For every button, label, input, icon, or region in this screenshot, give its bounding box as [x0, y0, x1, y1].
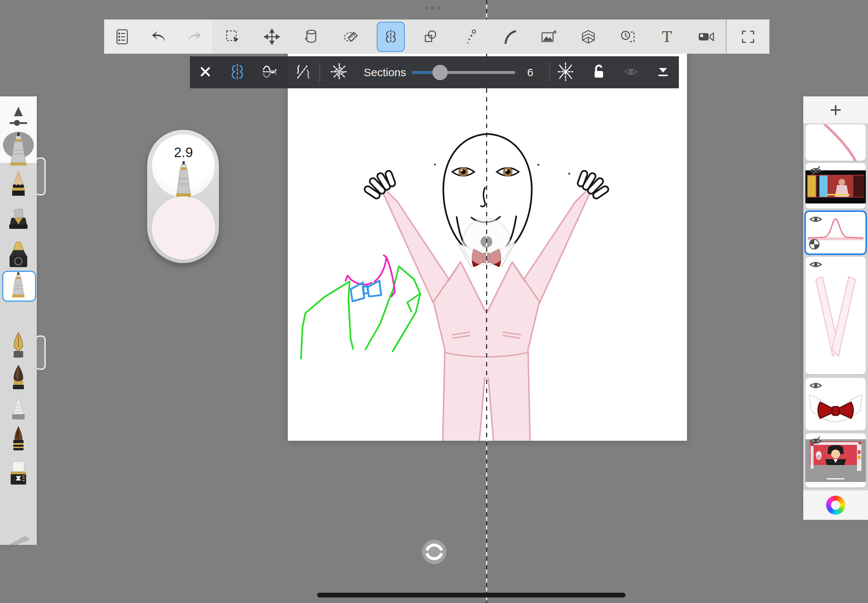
time-lapse-button[interactable] [614, 22, 641, 51]
plus-icon: + [830, 100, 842, 120]
guides-ruler-button[interactable] [337, 22, 364, 51]
sections-label: Sections [364, 66, 406, 79]
tool-technical-pen[interactable] [9, 272, 28, 300]
layer-item-6[interactable] [805, 433, 866, 487]
text-tool-glyph: T [662, 29, 672, 44]
brush-size-puck[interactable]: 2.9 [152, 134, 215, 197]
tool-airbrush[interactable] [6, 395, 31, 425]
green-jacket-sketch [301, 266, 420, 359]
undo-button[interactable] [145, 22, 172, 51]
preview-eye-icon[interactable] [622, 63, 640, 82]
tool-partial[interactable] [4, 535, 33, 547]
color-wheel-button[interactable] [826, 496, 845, 515]
tool-ink-cone[interactable] [6, 241, 31, 272]
sections-slider[interactable] [412, 71, 515, 74]
sketch-menu-button[interactable] [109, 22, 135, 51]
alpha-lock-checkerboard-icon[interactable] [808, 238, 820, 252]
main-toolbar-right [726, 20, 769, 54]
tool-panel [0, 96, 37, 545]
drawing-canvas[interactable] [288, 44, 687, 441]
kaleidoscope-icon[interactable] [555, 62, 576, 83]
layers-panel: + [803, 96, 868, 520]
redo-button[interactable] [181, 22, 208, 51]
add-layer-button[interactable]: + [803, 96, 868, 124]
tool-panel-handle[interactable] [35, 158, 46, 195]
fullscreen-button[interactable] [735, 22, 761, 51]
rotation-reset-button[interactable] [422, 540, 446, 564]
tool-round-brush[interactable] [6, 363, 31, 393]
fill-button[interactable] [298, 22, 325, 51]
symmetry-axis-line[interactable] [486, 0, 487, 603]
brush-size-slider-icon[interactable] [6, 105, 31, 132]
tool-paint-brush[interactable] [6, 425, 31, 456]
magenta-collar-sketch [345, 255, 395, 297]
import-image-button[interactable] [536, 22, 562, 51]
toolbar-drag-handle-icon[interactable] [425, 6, 441, 9]
layer-item-5[interactable] [805, 378, 866, 430]
stroke-style-button[interactable] [497, 22, 523, 51]
sections-value: 6 [527, 66, 534, 79]
tool-chisel-marker[interactable] [6, 207, 31, 236]
camera-button[interactable] [693, 22, 720, 51]
symmetry-tool-button[interactable] [377, 22, 405, 52]
symmetry-options-bar: Sections 6 [190, 56, 679, 88]
brush-color-puck[interactable]: 2.9 [147, 130, 219, 263]
tool-flat-marker[interactable] [6, 459, 31, 489]
bar-divider [549, 62, 550, 82]
color-puck[interactable] [152, 196, 215, 260]
text-tool-button[interactable]: T [654, 22, 680, 51]
layer-hidden-eye-icon[interactable] [808, 165, 823, 177]
marquee-select-button[interactable] [219, 22, 246, 51]
layer-item-1[interactable] [805, 124, 866, 161]
collapse-icon[interactable] [654, 63, 672, 82]
brush-size-value: 2.9 [152, 145, 215, 161]
vertical-symmetry-icon[interactable] [228, 62, 247, 83]
layer-visible-eye-icon[interactable] [808, 259, 823, 271]
layer-item-2[interactable] [805, 163, 866, 209]
current-tool-preview[interactable] [2, 130, 35, 167]
horizontal-symmetry-icon[interactable] [260, 62, 279, 83]
sections-slider-thumb[interactable] [432, 65, 448, 80]
layer-item-4[interactable] [805, 257, 866, 374]
nudge-move-button[interactable] [259, 22, 285, 51]
lock-unlocked-icon[interactable] [590, 63, 608, 82]
layer-visible-eye-icon[interactable] [808, 214, 823, 226]
app-screen: T [0, 0, 868, 603]
tool-panel-handle[interactable] [35, 336, 46, 370]
radial-symmetry-icon[interactable] [329, 62, 349, 83]
brush-preview-icon [175, 161, 192, 201]
layer-hidden-eye-icon[interactable] [808, 436, 823, 447]
color-wheel-section [803, 490, 868, 520]
tool-pencil[interactable] [6, 170, 31, 199]
layer-item-3-selected[interactable] [805, 212, 866, 254]
main-toolbar: T [213, 20, 726, 54]
predictive-stroke-button[interactable] [457, 22, 483, 51]
close-icon[interactable] [197, 63, 214, 81]
bar-divider [319, 62, 320, 82]
perspective-button[interactable] [575, 22, 602, 51]
tool-panel-header [0, 96, 37, 163]
shapes-button[interactable] [418, 22, 444, 51]
home-indicator[interactable] [317, 593, 625, 597]
layer-visible-eye-icon[interactable] [808, 380, 823, 392]
canvas-drawing [288, 44, 687, 441]
diagonal-symmetry-icon[interactable] [293, 62, 312, 83]
tool-fountain-nib[interactable] [6, 331, 31, 362]
main-toolbar-left [104, 20, 213, 54]
